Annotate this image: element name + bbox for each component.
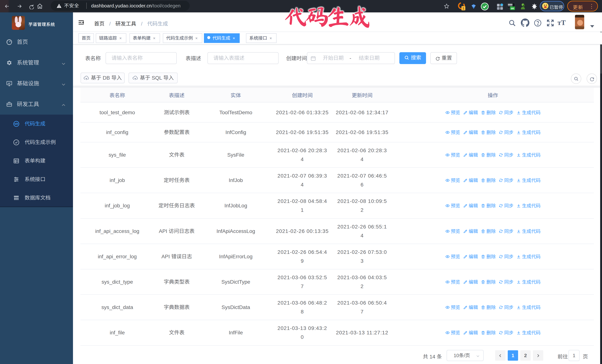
- svg-text:1: 1: [462, 7, 464, 10]
- svg-text:on: on: [511, 7, 514, 10]
